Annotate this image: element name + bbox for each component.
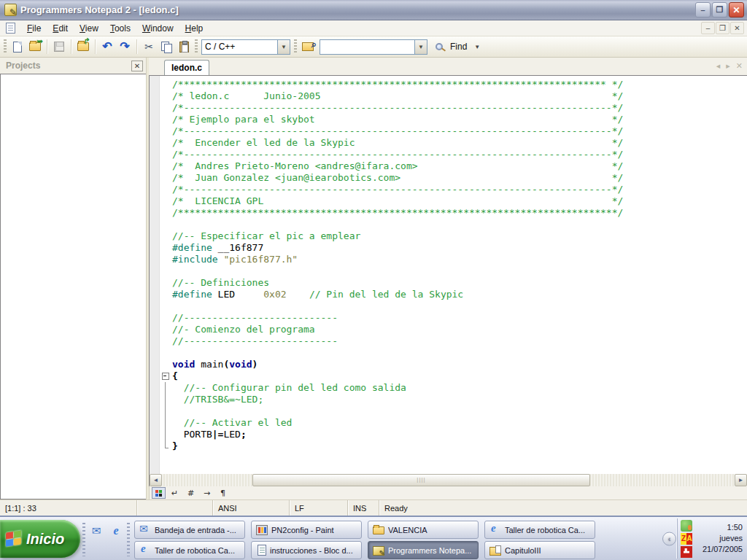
color-scheme-icon[interactable] xyxy=(152,487,166,499)
find-dropdown-arrow-icon[interactable]: ▼ xyxy=(470,44,484,50)
menu-item-file[interactable]: File xyxy=(21,21,47,36)
find-input[interactable]: ▼ xyxy=(320,39,427,55)
find-label[interactable]: Find xyxy=(450,42,467,52)
undo-button[interactable]: ↶ xyxy=(98,39,116,55)
cut-button[interactable]: ✂ xyxy=(140,39,158,55)
code-editor[interactable]: /***************************************… xyxy=(149,75,747,474)
toolbar-gripper[interactable] xyxy=(294,39,297,54)
code-line: /*--------------------------------------… xyxy=(160,102,747,114)
alarm-icon[interactable] xyxy=(681,546,692,558)
code-lines: /***************************************… xyxy=(160,76,747,474)
taskbar-button[interactable]: PN2config - Paint xyxy=(251,521,362,539)
tab-scroll-right-icon[interactable]: ▸ xyxy=(726,61,730,70)
new-file-icon xyxy=(13,42,22,52)
outlook-icon xyxy=(139,525,151,535)
fold-margin xyxy=(160,405,172,417)
close-button[interactable]: ✕ xyxy=(729,2,744,18)
code-line: //TRISB&=~LED; xyxy=(160,394,747,405)
paste-button[interactable] xyxy=(175,39,193,55)
copy-button[interactable] xyxy=(158,39,175,55)
tray-chevron-button[interactable]: ‹ xyxy=(662,532,676,545)
redo-icon: ↷ xyxy=(120,41,129,52)
taskbar-button[interactable]: Taller de robotica Ca... xyxy=(134,541,245,559)
code-line: /* Juan Gonzalez <juan@iearobotics.com> … xyxy=(160,172,747,184)
fold-margin xyxy=(160,172,172,184)
tab-close-icon[interactable]: ✕ xyxy=(736,61,743,70)
status-bar: [1:1] : 33 ANSI LF INS Ready xyxy=(0,499,747,516)
menu-items: FileEditViewToolsWindowHelp xyxy=(21,21,209,36)
clock-time: 1:50 xyxy=(696,522,743,533)
menu-item-window[interactable]: Window xyxy=(136,21,179,36)
taskbar-button[interactable]: Programmers Notepa... xyxy=(368,541,479,559)
minimize-button[interactable]: – xyxy=(695,2,711,18)
clock-date: 21/07/2005 xyxy=(696,544,743,555)
scheme-select[interactable]: C / C++ ▼ xyxy=(201,39,290,55)
fold-margin xyxy=(160,382,172,394)
line-break-icon[interactable]: ↵ xyxy=(168,487,182,499)
restore-button[interactable]: ❐ xyxy=(712,2,727,18)
mdi-minimize-button[interactable]: – xyxy=(701,22,715,34)
scroll-left-button[interactable]: ◄ xyxy=(150,474,162,486)
scrollbar-thumb[interactable] xyxy=(252,474,590,486)
fold-margin xyxy=(160,242,172,254)
start-label: Inicio xyxy=(26,531,64,548)
new-project-button[interactable] xyxy=(74,39,92,55)
scroll-right-button[interactable]: ► xyxy=(735,474,747,486)
line-numbers-icon[interactable]: # xyxy=(184,487,198,499)
taskbar-button[interactable]: VALENCIA xyxy=(368,521,479,539)
zonealarm-icon[interactable] xyxy=(681,533,692,545)
taskbar-gripper[interactable] xyxy=(127,523,130,556)
mdi-restore-button[interactable]: ❐ xyxy=(716,22,729,34)
code-line: { xyxy=(160,370,747,382)
fold-toggle-icon[interactable] xyxy=(160,370,172,382)
internet-explorer-icon[interactable]: e xyxy=(109,524,123,538)
taskbar-button[interactable]: instrucciones - Bloc d... xyxy=(251,541,362,559)
fold-margin xyxy=(160,160,172,172)
code-line: #define LED 0x02 // Pin del led de la Sk… xyxy=(160,289,747,300)
menu-item-tools[interactable]: Tools xyxy=(104,21,136,36)
taskbar-button-label: Bandeja de entrada -... xyxy=(155,526,236,534)
find-in-files-button[interactable] xyxy=(299,39,317,55)
find-button[interactable] xyxy=(430,39,448,55)
taskbar-gripper[interactable] xyxy=(82,523,85,556)
document-area: ledon.c ◂ ▸ ✕ /*************************… xyxy=(149,58,747,499)
paste-icon xyxy=(179,42,189,52)
search-icon xyxy=(436,43,443,50)
menu-item-edit[interactable]: Edit xyxy=(47,21,74,36)
projects-close-button[interactable]: ✕ xyxy=(131,61,143,71)
pilcrow-icon[interactable]: ¶ xyxy=(216,487,230,499)
messenger-icon[interactable] xyxy=(681,520,692,532)
chevron-down-icon[interactable]: ▼ xyxy=(414,40,427,54)
start-button[interactable]: Inicio xyxy=(0,520,80,558)
taskbar-button[interactable]: Bandeja de entrada -... xyxy=(134,521,245,539)
toolbar-gripper[interactable] xyxy=(4,39,7,54)
open-file-button[interactable] xyxy=(26,39,44,55)
clock-day: jueves xyxy=(696,533,743,544)
projects-panel-body[interactable] xyxy=(0,74,146,499)
toolbar-gripper[interactable] xyxy=(195,39,198,54)
outlook-express-icon[interactable]: ✉ xyxy=(89,524,104,538)
taskbar-button[interactable]: CapituloIII xyxy=(484,541,595,559)
save-file-button[interactable] xyxy=(50,39,68,55)
new-project-icon xyxy=(77,42,89,51)
save-file-icon xyxy=(54,42,64,52)
chevron-down-icon[interactable]: ▼ xyxy=(277,40,290,54)
redo-button[interactable]: ↷ xyxy=(116,39,133,55)
tab-scroll-left-icon[interactable]: ◂ xyxy=(716,61,721,70)
menu-item-view[interactable]: View xyxy=(74,21,104,36)
tab-ledon-c[interactable]: ledon.c xyxy=(164,60,209,75)
fold-margin xyxy=(160,207,172,219)
menu-item-help[interactable]: Help xyxy=(179,21,209,36)
new-file-button[interactable] xyxy=(9,39,26,55)
scrollbar-track[interactable] xyxy=(162,474,735,486)
ie-icon xyxy=(139,545,151,556)
tab-marks-icon[interactable]: → xyxy=(200,487,214,499)
fold-margin xyxy=(160,417,172,429)
pn-icon xyxy=(373,546,384,556)
code-line: /*--------------------------------------… xyxy=(160,184,747,195)
status-message: Ready xyxy=(379,500,747,516)
document-icon[interactable] xyxy=(6,23,15,34)
tab-bar: ledon.c ◂ ▸ ✕ xyxy=(149,58,747,75)
taskbar-button[interactable]: Taller de robotica Ca... xyxy=(484,521,595,539)
mdi-close-button[interactable]: ✕ xyxy=(730,22,744,34)
